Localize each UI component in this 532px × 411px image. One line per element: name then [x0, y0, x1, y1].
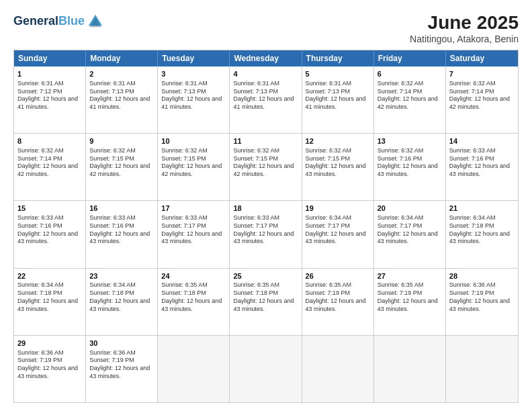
- calendar-body: 1Sunrise: 6:31 AMSunset: 7:12 PMDaylight…: [14, 66, 518, 402]
- calendar-header: SundayMondayTuesdayWednesdayThursdayFrid…: [14, 50, 518, 66]
- calendar-cell: [302, 336, 374, 402]
- day-number: 19: [306, 203, 370, 214]
- day-number: 1: [17, 69, 82, 79]
- weekday-header: Wednesday: [230, 50, 302, 66]
- day-info: Sunrise: 6:31 AMSunset: 7:13 PMDaylight:…: [161, 80, 226, 111]
- calendar-cell: 4Sunrise: 6:31 AMSunset: 7:13 PMDaylight…: [230, 66, 302, 133]
- day-info: Sunrise: 6:32 AMSunset: 7:15 PMDaylight:…: [161, 147, 226, 179]
- day-number: 7: [449, 69, 515, 79]
- day-number: 18: [233, 203, 298, 214]
- day-number: 25: [233, 271, 298, 281]
- calendar-cell: 1Sunrise: 6:31 AMSunset: 7:12 PMDaylight…: [14, 66, 86, 133]
- day-info: Sunrise: 6:32 AMSunset: 7:14 PMDaylight:…: [378, 80, 442, 111]
- day-number: 26: [306, 271, 370, 281]
- day-info: Sunrise: 6:36 AMSunset: 7:19 PMDaylight:…: [89, 349, 154, 381]
- weekday-header: Saturday: [446, 50, 518, 66]
- calendar-cell: 6Sunrise: 6:32 AMSunset: 7:14 PMDaylight…: [374, 66, 446, 133]
- header: GeneralBlue June 2025 Natitingou, Atakor…: [13, 12, 519, 44]
- day-info: Sunrise: 6:36 AMSunset: 7:19 PMDaylight:…: [449, 281, 515, 313]
- main-title: June 2025: [410, 12, 519, 34]
- day-number: 21: [449, 203, 515, 214]
- day-number: 29: [17, 338, 82, 349]
- calendar-cell: 22Sunrise: 6:34 AMSunset: 7:18 PMDayligh…: [14, 269, 86, 335]
- day-info: Sunrise: 6:35 AMSunset: 7:19 PMDaylight:…: [306, 281, 370, 313]
- day-info: Sunrise: 6:31 AMSunset: 7:13 PMDaylight:…: [89, 80, 154, 111]
- day-number: 8: [17, 136, 82, 146]
- day-number: 24: [161, 271, 226, 281]
- calendar-cell: 15Sunrise: 6:33 AMSunset: 7:16 PMDayligh…: [14, 201, 86, 267]
- day-number: 2: [89, 69, 154, 79]
- day-number: 3: [161, 69, 226, 79]
- calendar-cell: 7Sunrise: 6:32 AMSunset: 7:14 PMDaylight…: [446, 66, 518, 133]
- day-info: Sunrise: 6:31 AMSunset: 7:13 PMDaylight:…: [233, 80, 298, 111]
- calendar-cell: 2Sunrise: 6:31 AMSunset: 7:13 PMDaylight…: [86, 66, 158, 133]
- day-info: Sunrise: 6:34 AMSunset: 7:18 PMDaylight:…: [89, 281, 154, 313]
- calendar-cell: 29Sunrise: 6:36 AMSunset: 7:19 PMDayligh…: [14, 336, 86, 402]
- day-info: Sunrise: 6:35 AMSunset: 7:18 PMDaylight:…: [161, 281, 226, 313]
- calendar: SundayMondayTuesdayWednesdayThursdayFrid…: [13, 50, 519, 403]
- day-info: Sunrise: 6:33 AMSunset: 7:16 PMDaylight:…: [17, 214, 82, 246]
- day-info: Sunrise: 6:32 AMSunset: 7:15 PMDaylight:…: [89, 147, 154, 179]
- day-info: Sunrise: 6:33 AMSunset: 7:17 PMDaylight:…: [233, 214, 298, 246]
- day-number: 5: [306, 69, 370, 79]
- calendar-cell: 21Sunrise: 6:34 AMSunset: 7:18 PMDayligh…: [446, 201, 518, 267]
- calendar-cell: 13Sunrise: 6:32 AMSunset: 7:16 PMDayligh…: [374, 134, 446, 200]
- logo-icon: [86, 12, 105, 31]
- day-number: 17: [161, 203, 226, 214]
- calendar-row: 8Sunrise: 6:32 AMSunset: 7:14 PMDaylight…: [14, 133, 518, 200]
- calendar-cell: 14Sunrise: 6:33 AMSunset: 7:16 PMDayligh…: [446, 134, 518, 200]
- calendar-cell: 28Sunrise: 6:36 AMSunset: 7:19 PMDayligh…: [446, 269, 518, 335]
- day-info: Sunrise: 6:32 AMSunset: 7:14 PMDaylight:…: [449, 80, 515, 111]
- day-number: 28: [449, 271, 515, 281]
- day-number: 9: [89, 136, 154, 146]
- subtitle: Natitingou, Atakora, Benin: [410, 34, 519, 44]
- calendar-cell: 26Sunrise: 6:35 AMSunset: 7:19 PMDayligh…: [302, 269, 374, 335]
- day-number: 14: [449, 136, 515, 146]
- calendar-row: 29Sunrise: 6:36 AMSunset: 7:19 PMDayligh…: [14, 335, 518, 402]
- day-number: 11: [233, 136, 298, 146]
- logo: GeneralBlue: [13, 12, 105, 31]
- day-info: Sunrise: 6:33 AMSunset: 7:16 PMDaylight:…: [89, 214, 154, 246]
- day-info: Sunrise: 6:32 AMSunset: 7:15 PMDaylight:…: [233, 147, 298, 179]
- day-number: 12: [306, 136, 370, 146]
- day-info: Sunrise: 6:32 AMSunset: 7:15 PMDaylight:…: [306, 147, 370, 179]
- day-number: 27: [378, 271, 442, 281]
- day-number: 10: [161, 136, 226, 146]
- title-block: June 2025 Natitingou, Atakora, Benin: [410, 12, 519, 44]
- calendar-cell: 5Sunrise: 6:31 AMSunset: 7:13 PMDaylight…: [302, 66, 374, 133]
- calendar-cell: [374, 336, 446, 402]
- day-info: Sunrise: 6:36 AMSunset: 7:19 PMDaylight:…: [17, 349, 82, 381]
- weekday-header: Sunday: [14, 50, 86, 66]
- calendar-cell: 24Sunrise: 6:35 AMSunset: 7:18 PMDayligh…: [158, 269, 230, 335]
- day-info: Sunrise: 6:31 AMSunset: 7:13 PMDaylight:…: [306, 80, 370, 111]
- calendar-cell: [446, 336, 518, 402]
- day-number: 23: [89, 271, 154, 281]
- calendar-row: 1Sunrise: 6:31 AMSunset: 7:12 PMDaylight…: [14, 66, 518, 133]
- day-info: Sunrise: 6:33 AMSunset: 7:16 PMDaylight:…: [449, 147, 515, 179]
- calendar-cell: 17Sunrise: 6:33 AMSunset: 7:17 PMDayligh…: [158, 201, 230, 267]
- calendar-cell: 11Sunrise: 6:32 AMSunset: 7:15 PMDayligh…: [230, 134, 302, 200]
- day-number: 22: [17, 271, 82, 281]
- day-info: Sunrise: 6:33 AMSunset: 7:17 PMDaylight:…: [161, 214, 226, 246]
- weekday-header: Monday: [86, 50, 158, 66]
- calendar-cell: 18Sunrise: 6:33 AMSunset: 7:17 PMDayligh…: [230, 201, 302, 267]
- day-info: Sunrise: 6:34 AMSunset: 7:17 PMDaylight:…: [306, 214, 370, 246]
- calendar-cell: 10Sunrise: 6:32 AMSunset: 7:15 PMDayligh…: [158, 134, 230, 200]
- calendar-cell: [158, 336, 230, 402]
- calendar-cell: 16Sunrise: 6:33 AMSunset: 7:16 PMDayligh…: [86, 201, 158, 267]
- calendar-row: 15Sunrise: 6:33 AMSunset: 7:16 PMDayligh…: [14, 200, 518, 267]
- weekday-header: Thursday: [302, 50, 374, 66]
- day-number: 30: [89, 338, 154, 349]
- calendar-cell: 8Sunrise: 6:32 AMSunset: 7:14 PMDaylight…: [14, 134, 86, 200]
- day-number: 4: [233, 69, 298, 79]
- day-info: Sunrise: 6:34 AMSunset: 7:18 PMDaylight:…: [449, 214, 515, 246]
- calendar-cell: 9Sunrise: 6:32 AMSunset: 7:15 PMDaylight…: [86, 134, 158, 200]
- day-info: Sunrise: 6:34 AMSunset: 7:17 PMDaylight:…: [378, 214, 442, 246]
- weekday-header: Friday: [374, 50, 446, 66]
- day-number: 6: [378, 69, 442, 79]
- day-info: Sunrise: 6:34 AMSunset: 7:18 PMDaylight:…: [17, 281, 82, 313]
- day-number: 15: [17, 203, 82, 214]
- calendar-cell: 25Sunrise: 6:35 AMSunset: 7:18 PMDayligh…: [230, 269, 302, 335]
- calendar-cell: 30Sunrise: 6:36 AMSunset: 7:19 PMDayligh…: [86, 336, 158, 402]
- logo-text: GeneralBlue: [13, 15, 85, 28]
